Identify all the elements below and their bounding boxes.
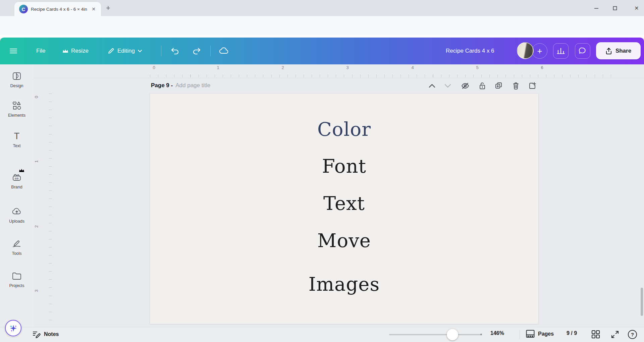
sidebar-item-tools[interactable]: Tools bbox=[0, 239, 34, 256]
horizontal-ruler[interactable]: 0 1 2 3 4 5 6 bbox=[34, 64, 644, 78]
footer-divider bbox=[520, 330, 520, 339]
lock-page-button[interactable] bbox=[477, 81, 487, 91]
tab-close-icon[interactable]: ✕ bbox=[90, 6, 98, 12]
help-glyph: ? bbox=[631, 332, 634, 337]
insights-button[interactable] bbox=[553, 43, 569, 59]
hide-page-button[interactable] bbox=[460, 81, 470, 91]
zoom-slider-track[interactable] bbox=[389, 334, 481, 335]
zoom-level-button[interactable]: 146% bbox=[490, 330, 504, 336]
projects-folder-icon bbox=[0, 271, 34, 281]
file-menu-label: File bbox=[36, 48, 45, 54]
ruler-tick-label: 2 bbox=[281, 65, 284, 70]
ruler-tick-label: 0 bbox=[34, 96, 39, 98]
canvas-text-text[interactable]: Text bbox=[150, 192, 538, 215]
account-avatar[interactable] bbox=[517, 42, 534, 59]
screen: C Recipe Cards 4 x 6 - 6 × 4in ✕ + ✕ bbox=[0, 0, 644, 342]
window-maximize-button[interactable] bbox=[607, 0, 623, 16]
window-minimize-button[interactable] bbox=[589, 0, 604, 16]
page-title-placeholder[interactable]: Add page title bbox=[175, 82, 210, 89]
canvas-text-color[interactable]: Color bbox=[150, 118, 538, 140]
help-icon: ? bbox=[628, 330, 637, 339]
window-close-button[interactable]: ✕ bbox=[629, 0, 644, 16]
canvas-text-images[interactable]: Images bbox=[150, 273, 538, 295]
resize-menu-button[interactable]: Resize bbox=[62, 38, 89, 64]
ruler-ticks bbox=[150, 74, 616, 77]
move-page-up-button[interactable] bbox=[427, 81, 437, 91]
tools-pen-icon bbox=[0, 239, 34, 249]
browser-toolbar: canva.com/design/DAGrwflDDw8/vyxPShp9CzE… bbox=[0, 16, 644, 36]
page-indicator: 9 / 9 bbox=[567, 330, 577, 336]
crown-icon bbox=[62, 49, 68, 53]
document-title[interactable]: Recipe Cards 4 x 6 bbox=[446, 38, 494, 64]
sidebar-item-label: Brand bbox=[0, 185, 34, 189]
file-menu-button[interactable]: File bbox=[36, 38, 45, 64]
header-divider bbox=[210, 46, 211, 56]
grid-view-button[interactable] bbox=[591, 330, 600, 339]
zoom-slider-handle[interactable] bbox=[447, 329, 458, 340]
sidebar-item-label: Text bbox=[0, 144, 34, 148]
sidebar-item-text[interactable]: T Text bbox=[0, 131, 34, 148]
canvas-text-move[interactable]: Move bbox=[150, 230, 538, 252]
ruler-ticks bbox=[49, 94, 52, 325]
duplicate-page-button[interactable] bbox=[494, 81, 504, 91]
zoom-level-label: 146% bbox=[490, 330, 504, 336]
notes-icon bbox=[32, 330, 41, 339]
new-tab-button[interactable]: + bbox=[106, 5, 110, 11]
sidebar-item-elements[interactable]: Elements bbox=[0, 101, 34, 118]
help-button[interactable]: ? bbox=[628, 330, 637, 339]
canvas-vertical-scrollbar[interactable] bbox=[641, 288, 643, 316]
magic-assistant-button[interactable] bbox=[5, 320, 21, 336]
ruler-tick-label: 3 bbox=[34, 290, 39, 292]
pages-icon bbox=[526, 329, 535, 338]
delete-page-button[interactable] bbox=[511, 81, 521, 91]
svg-text:co: co bbox=[15, 176, 18, 180]
page-title-bar[interactable]: Page 9 - Add page title bbox=[151, 82, 210, 89]
sidebar-item-projects[interactable]: Projects bbox=[0, 271, 34, 288]
fullscreen-button[interactable] bbox=[610, 330, 620, 339]
uploads-cloud-icon bbox=[0, 207, 34, 217]
crown-icon bbox=[19, 168, 24, 173]
canva-header: File Resize Editing bbox=[0, 38, 644, 64]
undo-button[interactable] bbox=[170, 38, 180, 64]
bar-chart-icon bbox=[557, 47, 565, 55]
sidebar-item-brand[interactable]: co Brand bbox=[0, 172, 34, 189]
editing-mode-button[interactable]: Editing bbox=[107, 38, 142, 64]
ruler-tick-label: 2 bbox=[34, 225, 39, 228]
canvas-text-font[interactable]: Font bbox=[150, 155, 538, 177]
ruler-tick-label: 3 bbox=[346, 65, 348, 70]
document-title-label: Recipe Cards 4 x 6 bbox=[446, 48, 494, 54]
add-page-button[interactable] bbox=[527, 81, 537, 91]
pages-button[interactable]: Pages bbox=[526, 329, 554, 338]
sparkle-icon bbox=[9, 324, 18, 333]
elements-icon bbox=[0, 101, 34, 111]
sidebar-item-design[interactable]: Design bbox=[0, 71, 34, 88]
share-button-label: Share bbox=[615, 48, 631, 54]
header-divider bbox=[161, 46, 161, 56]
cloud-save-status-icon[interactable] bbox=[219, 38, 229, 64]
main-menu-button[interactable] bbox=[9, 38, 17, 64]
comments-button[interactable] bbox=[575, 43, 590, 59]
canva-favicon: C bbox=[19, 5, 28, 13]
brand-icon: co bbox=[0, 172, 34, 182]
zoom-slider-end-dot bbox=[480, 334, 482, 335]
resize-menu-label: Resize bbox=[71, 48, 89, 54]
notes-button[interactable]: Notes bbox=[32, 330, 59, 339]
pages-label: Pages bbox=[538, 331, 554, 337]
browser-tab[interactable]: C Recipe Cards 4 x 6 - 6 × 4in ✕ bbox=[14, 2, 101, 16]
grid-view-icon bbox=[591, 330, 600, 339]
ruler-tick-label: 1 bbox=[217, 65, 219, 70]
sidebar-item-label: Projects bbox=[0, 283, 34, 288]
tab-title: Recipe Cards 4 x 6 - 6 × 4in bbox=[31, 7, 90, 12]
redo-button[interactable] bbox=[192, 38, 202, 64]
share-button[interactable]: Share bbox=[596, 42, 641, 59]
notes-label: Notes bbox=[44, 331, 59, 337]
move-page-down-button[interactable] bbox=[443, 81, 453, 91]
browser-tabstrip: C Recipe Cards 4 x 6 - 6 × 4in ✕ + ✕ bbox=[0, 0, 644, 16]
invite-member-button[interactable]: + bbox=[532, 43, 547, 59]
page-indicator-label: 9 / 9 bbox=[567, 330, 577, 336]
sidebar-item-uploads[interactable]: Uploads bbox=[0, 207, 34, 224]
design-icon bbox=[0, 71, 34, 81]
sidebar-item-label: Design bbox=[0, 83, 34, 88]
sidebar-item-label: Elements bbox=[0, 113, 34, 118]
redo-icon bbox=[192, 47, 202, 55]
